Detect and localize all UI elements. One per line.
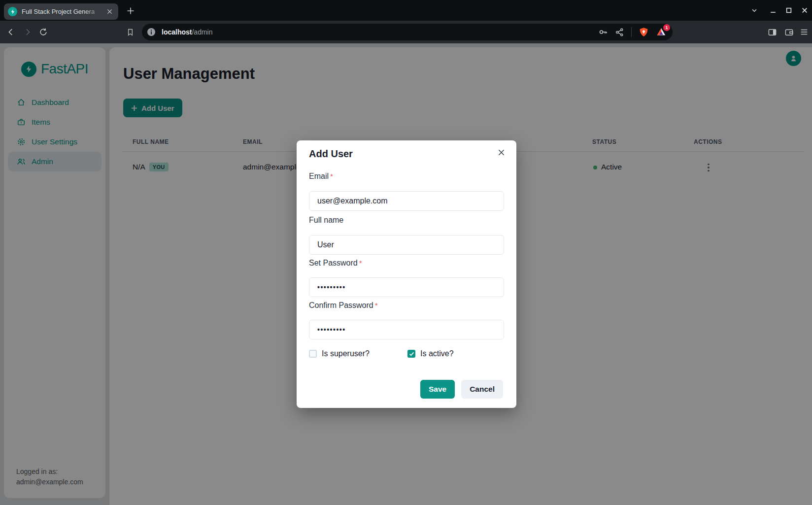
modal-close-icon[interactable] bbox=[495, 146, 508, 159]
required-marker: * bbox=[330, 172, 333, 180]
wallet-icon[interactable] bbox=[783, 26, 795, 38]
email-field[interactable] bbox=[309, 191, 504, 211]
modal-buttons: Save Cancel bbox=[297, 380, 503, 399]
tab-title-fade bbox=[84, 8, 104, 15]
url-text: localhost/admin bbox=[162, 28, 598, 36]
toolbar-divider bbox=[631, 27, 632, 37]
new-tab-button[interactable] bbox=[124, 4, 137, 17]
confirm-password-field[interactable] bbox=[309, 320, 504, 339]
menu-button[interactable] bbox=[798, 26, 810, 38]
full-name-field[interactable] bbox=[309, 235, 504, 255]
browser-toolbar: localhost/admin 1 bbox=[0, 21, 812, 43]
set-password-label: Set Password* bbox=[309, 259, 362, 268]
reload-button[interactable] bbox=[37, 26, 49, 38]
url-bar[interactable]: localhost/admin 1 bbox=[142, 24, 673, 40]
checkbox-row: Is superuser? Is active? bbox=[309, 349, 504, 360]
brave-shield-icon[interactable] bbox=[639, 27, 649, 37]
share-icon[interactable] bbox=[615, 28, 624, 37]
required-marker: * bbox=[375, 301, 378, 309]
checkbox-checked-icon bbox=[407, 350, 415, 358]
is-active-checkbox[interactable]: Is active? bbox=[407, 349, 454, 358]
modal-title: Add User bbox=[309, 148, 353, 160]
add-bookmark-icon[interactable] bbox=[124, 26, 136, 38]
checkbox-unchecked-icon bbox=[309, 350, 317, 358]
full-name-label: Full name bbox=[309, 216, 343, 225]
back-button[interactable] bbox=[5, 26, 17, 38]
browser-tab[interactable]: Full Stack Project Genera bbox=[4, 3, 118, 20]
required-marker: * bbox=[359, 259, 362, 267]
tab-title: Full Stack Project Genera bbox=[22, 8, 104, 15]
add-user-modal: Add User Email* Full name Set Password* … bbox=[297, 140, 516, 408]
fastapi-favicon-icon bbox=[8, 7, 17, 16]
is-superuser-checkbox[interactable]: Is superuser? bbox=[309, 349, 370, 358]
minimize-button[interactable] bbox=[767, 4, 779, 17]
maximize-button[interactable] bbox=[782, 4, 795, 17]
rewards-badge: 1 bbox=[663, 24, 670, 31]
confirm-password-label: Confirm Password* bbox=[309, 301, 378, 310]
email-label: Email* bbox=[309, 172, 333, 181]
forward-button[interactable] bbox=[22, 26, 34, 38]
tab-bar: Full Stack Project Genera bbox=[0, 0, 812, 21]
tab-close-icon[interactable] bbox=[104, 7, 114, 17]
set-password-field[interactable] bbox=[309, 277, 504, 297]
brave-rewards-icon[interactable]: 1 bbox=[656, 27, 667, 37]
key-icon[interactable] bbox=[598, 27, 608, 37]
browser-window: Full Stack Project Genera bbox=[0, 0, 812, 505]
tab-search-chevron-icon[interactable] bbox=[748, 4, 761, 17]
sidebar-toggle-icon[interactable] bbox=[766, 26, 778, 38]
close-window-button[interactable] bbox=[798, 4, 811, 17]
cancel-button[interactable]: Cancel bbox=[461, 380, 503, 399]
site-info-icon[interactable] bbox=[147, 28, 156, 36]
save-button[interactable]: Save bbox=[420, 380, 455, 399]
